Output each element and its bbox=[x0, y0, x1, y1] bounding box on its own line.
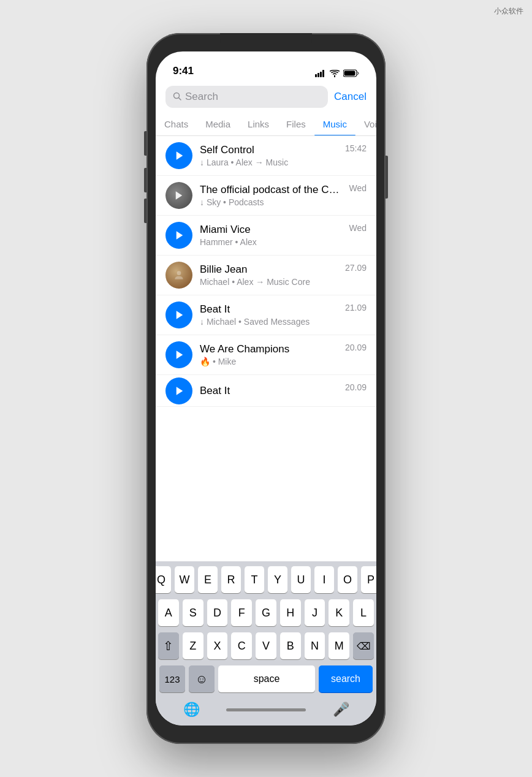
music-list: Self Control ↓ Laura • Alex → Music 15:4… bbox=[156, 136, 376, 561]
svg-line-7 bbox=[179, 97, 181, 100]
battery-icon bbox=[343, 69, 359, 77]
item-info: Beat It bbox=[200, 385, 338, 397]
key-m[interactable]: M bbox=[329, 632, 349, 659]
svg-rect-2 bbox=[320, 72, 322, 77]
list-item[interactable]: The official podcast of the Chernobyl ↓ … bbox=[156, 176, 376, 216]
key-c[interactable]: C bbox=[231, 632, 252, 659]
svg-marker-12 bbox=[177, 311, 183, 319]
svg-rect-5 bbox=[344, 71, 355, 76]
key-h[interactable]: H bbox=[280, 599, 301, 626]
key-s[interactable]: S bbox=[183, 599, 203, 626]
svg-marker-8 bbox=[177, 151, 183, 160]
key-g[interactable]: G bbox=[256, 599, 276, 626]
item-subtitle: ↓ Laura • Alex → Music bbox=[200, 157, 338, 167]
item-subtitle: ↓ Sky • Podcasts bbox=[200, 197, 341, 207]
cancel-button[interactable]: Cancel bbox=[334, 91, 367, 103]
svg-rect-3 bbox=[322, 70, 324, 77]
key-n[interactable]: N bbox=[305, 632, 325, 659]
item-info: Self Control ↓ Laura • Alex → Music bbox=[200, 144, 338, 167]
tab-files[interactable]: Files bbox=[278, 113, 314, 135]
status-icons bbox=[315, 69, 359, 77]
billie-thumbnail bbox=[165, 262, 192, 289]
microphone-icon[interactable]: 🎤 bbox=[332, 701, 349, 718]
svg-rect-0 bbox=[315, 74, 317, 77]
key-u[interactable]: U bbox=[291, 566, 311, 593]
key-r[interactable]: R bbox=[221, 566, 241, 593]
globe-icon[interactable]: 🌐 bbox=[183, 701, 200, 718]
search-area: Cancel bbox=[156, 81, 376, 113]
tabs-row: Chats Media Links Files Music Voi… bbox=[156, 113, 376, 136]
item-date: 20.09 bbox=[345, 341, 367, 352]
item-info: Billie Jean Michael • Alex → Music Core bbox=[200, 263, 338, 287]
play-button[interactable] bbox=[165, 301, 192, 328]
keyboard-bottom-row: 123 ☺ space search bbox=[158, 665, 374, 692]
tab-music[interactable]: Music bbox=[314, 113, 355, 135]
key-i[interactable]: I bbox=[314, 566, 334, 593]
key-d[interactable]: D bbox=[207, 599, 228, 626]
key-y[interactable]: Y bbox=[268, 566, 287, 593]
svg-point-11 bbox=[177, 271, 181, 275]
key-w[interactable]: W bbox=[175, 566, 194, 593]
key-x[interactable]: X bbox=[207, 632, 228, 659]
key-a[interactable]: A bbox=[158, 599, 179, 626]
play-button[interactable] bbox=[165, 377, 192, 404]
key-q[interactable]: Q bbox=[156, 566, 171, 593]
svg-marker-10 bbox=[177, 231, 183, 240]
item-date: Wed bbox=[349, 222, 367, 233]
tab-chats[interactable]: Chats bbox=[156, 113, 197, 135]
list-item[interactable]: Billie Jean Michael • Alex → Music Core … bbox=[156, 256, 376, 295]
keyboard-row-2: A S D F G H J K L bbox=[158, 599, 374, 626]
list-item[interactable]: We Are Champions 🔥 • Mike 20.09 bbox=[156, 335, 376, 375]
key-j[interactable]: J bbox=[305, 599, 325, 626]
keyboard-row-1: Q W E R T Y U I O P bbox=[158, 566, 374, 593]
key-f[interactable]: F bbox=[231, 599, 252, 626]
key-123[interactable]: 123 bbox=[159, 665, 185, 692]
search-input-wrap[interactable] bbox=[165, 86, 328, 108]
delete-key[interactable]: ⌫ bbox=[353, 632, 374, 659]
key-emoji[interactable]: ☺ bbox=[189, 665, 215, 692]
item-date: 21.09 bbox=[345, 301, 367, 313]
key-b[interactable]: B bbox=[280, 632, 301, 659]
svg-rect-1 bbox=[317, 73, 319, 77]
wifi-icon bbox=[330, 70, 340, 77]
key-o[interactable]: O bbox=[338, 566, 357, 593]
search-icon bbox=[173, 92, 181, 102]
tab-links[interactable]: Links bbox=[239, 113, 278, 135]
key-k[interactable]: K bbox=[329, 599, 349, 626]
list-item[interactable]: Miami Vice Hammer • Alex Wed bbox=[156, 216, 376, 256]
keyboard: Q W E R T Y U I O P A S D F G bbox=[156, 561, 376, 726]
key-l[interactable]: L bbox=[353, 599, 374, 626]
key-t[interactable]: T bbox=[245, 566, 264, 593]
list-item[interactable]: Beat It 20.09 bbox=[156, 375, 376, 407]
tab-media[interactable]: Media bbox=[197, 113, 239, 135]
play-button[interactable] bbox=[165, 341, 192, 368]
key-z[interactable]: Z bbox=[183, 632, 203, 659]
svg-marker-14 bbox=[177, 387, 183, 395]
item-date: 15:42 bbox=[345, 142, 367, 153]
key-space[interactable]: space bbox=[218, 665, 315, 692]
phone-frame: 9:41 bbox=[146, 33, 386, 744]
home-indicator bbox=[226, 708, 306, 711]
key-search[interactable]: search bbox=[319, 665, 373, 692]
svg-marker-13 bbox=[177, 351, 183, 359]
item-subtitle: Hammer • Alex bbox=[200, 237, 341, 247]
status-bar: 9:41 bbox=[156, 51, 376, 81]
search-input[interactable] bbox=[185, 91, 321, 103]
key-p[interactable]: P bbox=[361, 566, 376, 593]
item-title: Self Control bbox=[200, 144, 338, 156]
shift-key[interactable]: ⇧ bbox=[158, 632, 179, 659]
key-v[interactable]: V bbox=[256, 632, 276, 659]
play-button[interactable] bbox=[165, 142, 192, 169]
signal-icon bbox=[315, 70, 326, 77]
item-subtitle: ↓ Michael • Saved Messages bbox=[200, 317, 338, 327]
item-title: Beat It bbox=[200, 303, 338, 316]
list-item[interactable]: Self Control ↓ Laura • Alex → Music 15:4… bbox=[156, 136, 376, 176]
item-subtitle: Michael • Alex → Music Core bbox=[200, 277, 338, 287]
list-item[interactable]: Beat It ↓ Michael • Saved Messages 21.09 bbox=[156, 295, 376, 335]
key-e[interactable]: E bbox=[198, 566, 218, 593]
tab-voice[interactable]: Voi… bbox=[355, 113, 376, 135]
play-button[interactable] bbox=[165, 222, 192, 249]
item-title: Miami Vice bbox=[200, 224, 341, 236]
item-info: We Are Champions 🔥 • Mike bbox=[200, 343, 338, 366]
keyboard-row-3: ⇧ Z X C V B N M ⌫ bbox=[158, 632, 374, 659]
